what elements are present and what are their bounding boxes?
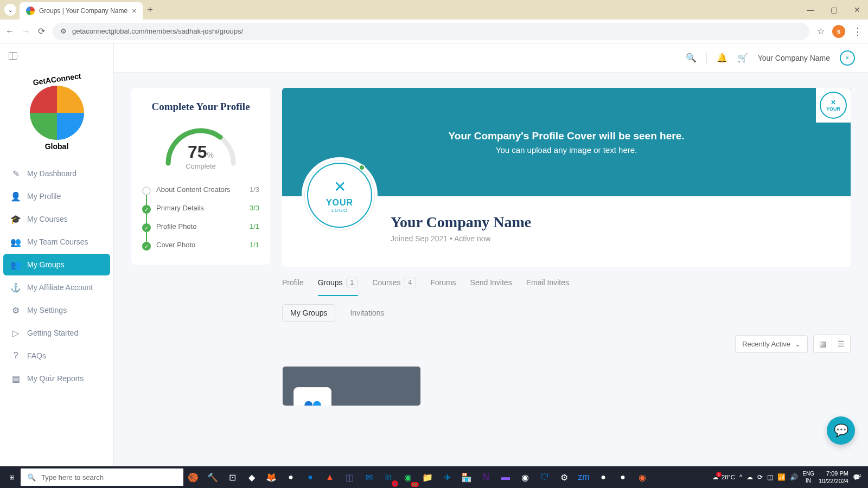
group-card[interactable]: 👥 <box>282 366 421 406</box>
checklist-item-photo[interactable]: ✓ Profile Photo 1/1 <box>142 218 259 236</box>
sidebar-item-affiliate[interactable]: ⚓My Affiliate Account <box>3 277 110 298</box>
groups-icon: 👥 <box>11 260 21 269</box>
minimize-button[interactable]: — <box>803 4 818 15</box>
volume-icon[interactable]: 🔊 <box>790 473 798 481</box>
edge-icon[interactable]: ● <box>302 468 319 486</box>
tab-email-invites[interactable]: Email Invites <box>526 278 569 296</box>
language-indicator[interactable]: ENG IN <box>802 470 814 484</box>
clock[interactable]: 7:09 PM 10/22/2024 <box>819 470 848 485</box>
sidebar-item-faqs[interactable]: ?FAQs <box>3 345 110 367</box>
sidebar-toggle[interactable] <box>0 48 113 66</box>
notifications-icon[interactable]: 💬1 <box>853 474 860 481</box>
cart-icon[interactable]: 🛒 <box>737 53 748 63</box>
browser-profile-icon[interactable]: s <box>832 25 845 38</box>
sidebar-item-profile[interactable]: 👤My Profile <box>3 185 110 207</box>
task-view-icon[interactable]: ⊡ <box>224 468 241 486</box>
url-bar[interactable]: ⚙ getaconnectglobal.com/members/sadhak-j… <box>53 23 809 40</box>
team-icon: 👥 <box>11 237 21 247</box>
settings-icon[interactable]: ⚙ <box>556 468 573 486</box>
hammer-icon[interactable]: 🔨 <box>204 468 221 486</box>
list-view-button[interactable]: ☰ <box>832 335 850 352</box>
taskbar-search[interactable]: 🔍 Type here to search <box>21 468 183 486</box>
tab-send-invites[interactable]: Send Invites <box>470 278 512 296</box>
search-icon[interactable]: 🔍 <box>686 53 697 63</box>
bell-icon[interactable]: 🔔 <box>717 53 727 63</box>
checklist-item-cover[interactable]: ✓ Cover Photo 1/1 <box>142 236 259 255</box>
skype-icon[interactable]: ◉ <box>516 468 534 486</box>
gauge-percent-sym: % <box>207 151 214 159</box>
linkedin-icon[interactable]: in4 <box>380 468 397 486</box>
completion-title: Complete Your Profile <box>142 101 259 113</box>
sidebar-item-settings[interactable]: ⚙My Settings <box>3 299 110 321</box>
network-icon[interactable]: ◫ <box>767 473 773 481</box>
clipchamp-icon[interactable]: ▬ <box>497 468 514 486</box>
anchor-icon: ⚓ <box>11 282 21 292</box>
brand-logo[interactable]: GetAConnect Global <box>0 66 113 159</box>
browser-tab[interactable]: Groups | Your Company Name × <box>20 2 143 20</box>
checklist-item-about[interactable]: About Content Creators 1/3 <box>142 181 259 200</box>
tab-groups[interactable]: Groups1 <box>318 278 359 296</box>
sync-icon[interactable]: ⟳ <box>757 473 763 481</box>
onenote-icon[interactable]: N <box>477 468 495 486</box>
bookmark-icon[interactable]: ☆ <box>817 26 825 36</box>
sidebar: GetAConnect Global ✎My Dashboard 👤My Pro… <box>0 43 114 466</box>
subtab-invitations[interactable]: Invitations <box>342 304 392 322</box>
cover-subtitle: You can upload any image or text here. <box>496 145 637 155</box>
tab-courses[interactable]: Courses4 <box>372 278 416 296</box>
sidebar-item-getting-started[interactable]: ▷Getting Started <box>3 322 110 344</box>
browser-menu-icon[interactable]: ⋮ <box>853 25 863 37</box>
copilot-icon[interactable]: ◆ <box>243 468 260 486</box>
zoom-icon[interactable]: zm <box>575 468 592 486</box>
profile-avatar[interactable]: ✕ YOUR LOGO <box>302 157 378 233</box>
wifi-icon[interactable]: 📶 <box>777 473 786 481</box>
chat-bubble-button[interactable]: 💬 <box>827 416 855 445</box>
back-button[interactable]: ← <box>5 27 14 36</box>
onedrive-icon[interactable]: ☁ <box>746 473 753 481</box>
play-icon: ▷ <box>11 328 21 338</box>
firefox-icon[interactable]: 🦊 <box>263 468 280 486</box>
tab-forums[interactable]: Forums <box>430 278 456 296</box>
tray-chevron-icon[interactable]: ^ <box>739 473 743 481</box>
subtab-my-groups[interactable]: My Groups <box>282 304 335 322</box>
maximize-button[interactable]: ▢ <box>827 4 841 15</box>
view-toggle: ▦ ☰ <box>813 335 851 353</box>
start-button[interactable]: ⊞ <box>3 469 20 485</box>
filter-bar: Recently Active ⌄ ▦ ☰ <box>282 335 851 353</box>
tab-search-dropdown[interactable]: ⌄ <box>4 4 16 16</box>
reload-button[interactable]: ⟳ <box>38 26 45 36</box>
whatsapp-icon[interactable]: ◉65 <box>399 468 417 486</box>
brave-icon[interactable]: ▲ <box>321 468 339 486</box>
basketball-icon[interactable]: 🏀 <box>184 468 202 486</box>
close-tab-icon[interactable]: × <box>132 7 136 15</box>
store-icon[interactable]: 🏪 <box>458 468 475 486</box>
check-done-icon: ✓ <box>142 205 151 214</box>
explorer-icon[interactable]: 📁 <box>419 468 436 486</box>
sidebar-item-groups[interactable]: 👥My Groups <box>3 254 110 275</box>
report-icon: ▤ <box>11 374 21 383</box>
chrome-icon[interactable]: ● <box>282 468 299 486</box>
close-window-button[interactable]: ✕ <box>851 4 864 15</box>
teams-icon[interactable]: ◫ <box>341 468 358 486</box>
sidebar-item-dashboard[interactable]: ✎My Dashboard <box>3 163 110 184</box>
sidebar-item-courses[interactable]: 🎓My Courses <box>3 208 110 230</box>
grid-view-button[interactable]: ▦ <box>814 335 832 352</box>
sidebar-item-team-courses[interactable]: 👥My Team Courses <box>3 231 110 253</box>
telegram-icon[interactable]: ✈ <box>438 468 456 486</box>
sort-dropdown[interactable]: Recently Active ⌄ <box>735 335 808 353</box>
security-icon[interactable]: 🛡 <box>536 468 553 486</box>
new-tab-button[interactable]: + <box>147 4 153 16</box>
profile-info: ✕ YOUR LOGO Your Company Name Joined Sep… <box>282 196 851 267</box>
chrome-2-icon[interactable]: ● <box>595 468 612 486</box>
weather-widget[interactable]: ☁1 28°C <box>712 474 735 481</box>
sidebar-item-quiz-reports[interactable]: ▤My Quiz Reports <box>3 368 110 389</box>
tab-profile[interactable]: Profile <box>282 278 304 296</box>
outlook-icon[interactable]: ✉ <box>360 468 378 486</box>
site-info-icon[interactable]: ⚙ <box>60 27 67 35</box>
topbar-avatar[interactable]: ✕ <box>840 50 855 66</box>
topbar-company-name[interactable]: Your Company Name <box>758 54 830 62</box>
forward-button[interactable]: → <box>22 27 30 36</box>
chrome-3-icon[interactable]: ● <box>614 468 631 486</box>
checklist-item-primary[interactable]: ✓ Primary Details 3/3 <box>142 200 259 218</box>
app-icon[interactable]: ◉ <box>634 468 651 486</box>
completion-card: Complete Your Profile 75% Complete <box>131 88 270 265</box>
